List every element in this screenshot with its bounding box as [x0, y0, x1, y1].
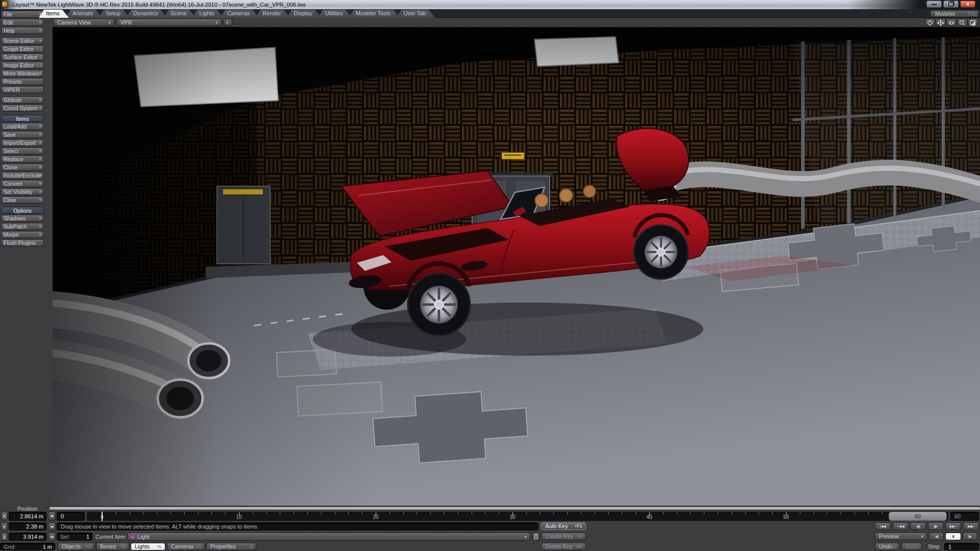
tab-utilities[interactable]: Utilities [318, 10, 352, 18]
sidebar-item-more-windows[interactable]: More Windows▼ [1, 70, 44, 77]
zoom-icon[interactable] [957, 19, 967, 26]
play-forward-button[interactable]: ▶ [963, 533, 977, 540]
tab-items[interactable]: Items [39, 10, 69, 18]
sidebar-item-select[interactable]: Select▼ [1, 147, 44, 155]
end-frame-field[interactable]: 60 [950, 512, 979, 521]
playhead[interactable] [102, 512, 103, 521]
sidebar-item-shadows[interactable]: Shadows▼ [1, 215, 44, 222]
sidebar-item-graph-editor[interactable]: Graph Editor^F2 [1, 45, 44, 53]
previous-frame-button[interactable]: ◀|| [910, 522, 926, 530]
button-label: Properties [210, 543, 236, 550]
render-mode-dropdown[interactable]: VPR▼ [116, 19, 222, 26]
ruler-tick [608, 512, 609, 514]
maximize-viewport-icon[interactable] [968, 19, 978, 26]
z-stepper[interactable]: ◀▶ [48, 533, 56, 541]
x-axis-button[interactable]: X [1, 512, 8, 520]
close-button[interactable]: × [960, 1, 975, 8]
center-item-glyph [926, 20, 934, 26]
current-item-dropdown[interactable]: Light ▼ [127, 533, 530, 541]
tab-render[interactable]: Render [256, 10, 290, 18]
viewport-options-dropdown[interactable]: ▼ [224, 19, 232, 26]
z-axis-button[interactable]: Z [1, 533, 8, 541]
x-position-field[interactable]: 2.8614 m [9, 512, 46, 521]
viewport-type-dropdown[interactable]: Camera View▼ [53, 19, 114, 26]
bones-button[interactable]: Bones+B [96, 543, 129, 550]
minimize-button[interactable] [926, 1, 942, 8]
sidebar-item-scene-editor[interactable]: Scene Editor▼ [1, 37, 44, 44]
sidebar-item-save[interactable]: Save▼ [1, 131, 44, 138]
sidebar-item-clear[interactable]: Clear▼ [1, 196, 44, 204]
play-reverse-button[interactable]: ◀ [929, 533, 944, 540]
go-to-end-button[interactable]: ▶▶| [963, 522, 979, 530]
undo-button[interactable]: Undou [875, 543, 899, 550]
y-position-field[interactable]: 2.38 m [9, 522, 46, 531]
pan-icon[interactable] [936, 19, 946, 26]
sidebar-item-globals[interactable]: Globals▼ [1, 96, 44, 104]
sidebar-item-flush-plugins[interactable]: Flush Plugins [1, 239, 44, 246]
timeline-range-thumb[interactable]: 60 [889, 512, 947, 521]
modeler-button[interactable]: Modeler F12 [930, 10, 979, 17]
viewport-3d[interactable] [53, 27, 980, 506]
go-to-start-button[interactable]: |◀◀ [875, 522, 891, 530]
pause-button[interactable]: II [945, 533, 961, 540]
z-position-field[interactable]: 3.914 m [9, 533, 46, 541]
previous-keyframe-button[interactable]: +◀◀ [893, 522, 909, 530]
cameras-button[interactable]: Cameras+C [167, 543, 205, 550]
lights-button[interactable]: Lights+L [131, 543, 165, 550]
objects-button[interactable]: Objects+O [58, 543, 94, 550]
chevron-down-icon: ▼ [39, 148, 42, 154]
tab-cameras[interactable]: Cameras [220, 10, 259, 18]
create-key-button[interactable]: Create Keyret [541, 533, 586, 540]
timeline-scrollbar[interactable] [50, 507, 980, 510]
sidebar-item-include-exclude[interactable]: Include/Exclude▼ [1, 172, 44, 179]
next-keyframe-button[interactable]: ▶▶+ [945, 522, 961, 530]
sidebar-item-set-visibility[interactable]: Set Visibility▼ [1, 188, 44, 195]
y-stepper[interactable]: ◀▶ [48, 522, 56, 531]
tab-modeler-tools[interactable]: Modeler Tools [349, 10, 400, 18]
sidebar-item-import-export[interactable]: Import/Export▼ [1, 139, 44, 146]
tab-dynamics[interactable]: Dynamics [126, 10, 167, 18]
ruler-tick [581, 512, 581, 514]
tab-scene[interactable]: Scene [163, 10, 195, 18]
sidebar-item-coord-system[interactable]: Coord System▼ [1, 105, 44, 112]
ruler-tick [472, 512, 472, 514]
rotate-icon[interactable] [946, 19, 957, 26]
sidebar-item-file[interactable]: File▼ [1, 11, 44, 18]
sidebar-item-subpatch[interactable]: SubPatch▼ [1, 223, 44, 230]
sidebar-item-replace[interactable]: Replace▼ [1, 156, 44, 163]
shortcut-label: +O [85, 543, 91, 550]
current-frame-field[interactable]: 0 [57, 512, 85, 521]
properties-button[interactable]: Propertiesp [206, 543, 256, 550]
step-field[interactable]: 1 [944, 543, 979, 550]
x-stepper[interactable]: ◀▶ [48, 512, 56, 520]
sidebar-item-clone[interactable]: Clone▼ [1, 164, 44, 171]
sidebar-item-image-editor[interactable]: Image Editor^F4 [1, 62, 44, 69]
item-list-icon[interactable] [532, 533, 540, 541]
auto-key-button[interactable]: Auto Key+F1 [541, 522, 586, 530]
next-frame-button[interactable]: ||▶ [928, 522, 944, 530]
redo-button[interactable]: Redo [901, 543, 922, 550]
sidebar-item-edit[interactable]: Edit▼ [1, 19, 44, 26]
tab-lights[interactable]: Lights [192, 10, 224, 18]
lightwave-layout-window: { "window": { "title": "Layout™ NewTek L… [0, 0, 980, 551]
sidebar-item-help[interactable]: Help▼ [1, 27, 44, 34]
center-item-icon[interactable] [925, 19, 935, 26]
sidebar-item-surface-editor[interactable]: Surface Editor^F3 [1, 54, 44, 61]
tab-display[interactable]: Display [287, 10, 322, 18]
sidebar-item-label: Shadows [4, 215, 26, 221]
delete-key-button[interactable]: Delete Keydel [541, 543, 586, 550]
sidebar-item-morph[interactable]: Morph▼ [1, 231, 44, 238]
y-axis-button[interactable]: Y [1, 522, 8, 531]
tab-user-tab[interactable]: User Tab [396, 10, 435, 18]
sidebar-item-presets[interactable]: Presets [1, 78, 44, 85]
sidebar-item-label: Image Editor [4, 62, 34, 68]
ruler-tick [841, 512, 841, 514]
sidebar-item-load-add[interactable]: Load/Add▼ [1, 123, 44, 130]
preview-dropdown[interactable]: Preview▼ [875, 533, 927, 540]
tab-animate[interactable]: Animate [65, 10, 102, 18]
restore-button[interactable] [943, 1, 959, 8]
tab-setup[interactable]: Setup [99, 10, 130, 18]
sidebar-item-convert[interactable]: Convert▼ [1, 180, 44, 187]
timeline-ruler[interactable]: 0102030405060 [87, 512, 948, 521]
sidebar-item-viper[interactable]: VIPER [1, 86, 44, 93]
